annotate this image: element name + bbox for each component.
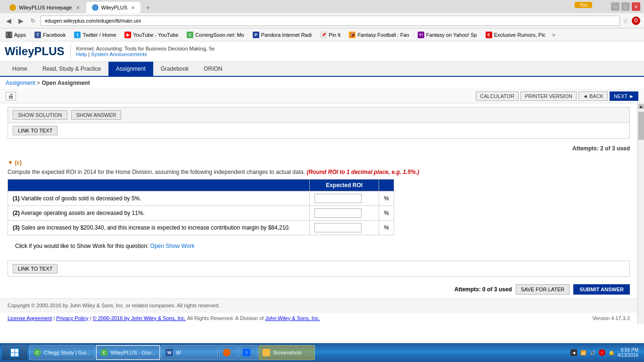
print-icon[interactable]: 🖨 (6, 92, 16, 100)
back-button[interactable]: ◄ BACK (578, 91, 608, 101)
company-link[interactable]: © 2000-2016 by John Wiley & Sons, Inc. (93, 315, 186, 321)
taskbar-item-dropbox[interactable]: ▽ (239, 345, 257, 360)
bookmark-fantasyfootball[interactable]: 🏈 Fantasy Football : Fan (345, 30, 413, 40)
win-sq-2 (15, 349, 19, 353)
roi-table-header-expected: Expected ROI (310, 180, 379, 191)
tray-clock[interactable]: 8:56 PM 4/13/2016 (618, 347, 639, 358)
refresh-button[interactable]: ↻ (28, 16, 38, 25)
browser-titlebar: WileyPLUS Homepage ✕ WileyPLUS ✕ + You ─… (0, 0, 644, 13)
bookmarks-bar: ⋮⋮ Apps f Facebook t Twitter / Home ▶ Yo… (0, 28, 644, 41)
yahoo-icon: Y! (418, 32, 424, 38)
facebook-icon: f (34, 32, 41, 38)
nav-assignment[interactable]: Assignment (108, 62, 153, 76)
taskbar-item-firefox[interactable] (219, 345, 238, 360)
bookmark-comingsoon[interactable]: C ComingSoon.net: Mo (183, 30, 248, 40)
taskbar-item-chegg[interactable]: C Chegg Study | Gui... (29, 345, 95, 360)
taskbar-word-label: W (176, 350, 181, 355)
privacy-policy-link[interactable]: Privacy Policy (56, 315, 88, 321)
save-for-later-button[interactable]: SAVE FOR LATER (516, 284, 570, 295)
tab-label-1: WileyPLUS Homepage (19, 5, 72, 10)
round-note: (Round ROI to 1 decimal place, e.g. 1.5%… (306, 169, 419, 175)
new-tab-btn[interactable]: + (141, 2, 155, 13)
scrollbar[interactable]: ▲ (637, 103, 644, 324)
win-sq-1 (11, 349, 15, 353)
row-3-num: (3) (13, 224, 20, 231)
roi-input-3[interactable] (314, 223, 362, 232)
row-3-label: (3) Sales are increased by $200,340, and… (8, 221, 310, 235)
link-to-text-button-1[interactable]: LINK TO TEXT (13, 126, 58, 135)
wiley-header: WileyPLUS Kimmel, Accounting: Tools for … (0, 41, 644, 62)
tray-chevron[interactable]: ◀ (570, 349, 577, 356)
bookmark-pinit[interactable]: 📌 Pin It (316, 30, 344, 40)
open-show-work-link[interactable]: Open Show Work (150, 243, 195, 249)
browser-tab-2[interactable]: WileyPLUS ✕ (86, 2, 141, 13)
taskbar-dropbox-icon: ▽ (243, 349, 250, 356)
link-to-text-button-2[interactable]: LINK TO TEXT (13, 264, 58, 273)
bookmark-star[interactable]: ☆ (623, 17, 629, 25)
taskbar-item-screenshots[interactable]: Screenshots (258, 345, 315, 360)
scroll-thumb[interactable] (638, 112, 644, 140)
roi-input-1[interactable] (314, 194, 362, 203)
breadcrumb-assignment-link[interactable]: Assignment (6, 80, 35, 86)
volume-icon[interactable]: 🔊 (589, 349, 596, 356)
comingsoon-icon: C (187, 32, 193, 38)
show-answer-button[interactable]: SHOW ANSWER (71, 110, 122, 120)
company-link-2[interactable]: John Wiley & Sons, Inc. (265, 315, 320, 321)
help-link[interactable]: Help (76, 51, 87, 57)
bottom-attempts-row: Attempts: 0 of 3 used SAVE FOR LATER SUB… (0, 280, 637, 298)
nav-read-study[interactable]: Read, Study & Practice (35, 62, 108, 76)
windows-logo (10, 348, 19, 357)
row-2-pct: % (379, 206, 394, 221)
bookmarks-overflow[interactable]: » (552, 32, 555, 38)
taskbar-item-word[interactable]: W W (161, 345, 218, 360)
calculator-button[interactable]: CALCULATOR (476, 91, 519, 101)
bookmark-youtube-label: YouTube - YouTube (133, 32, 178, 38)
close-button[interactable]: ✕ (632, 2, 640, 11)
start-button[interactable] (2, 345, 27, 360)
nav-orion[interactable]: ORION (196, 62, 230, 76)
question-text: Compute the expected ROI in 2014 for the… (8, 169, 630, 175)
tab-icon-1 (9, 4, 16, 11)
tray-date: 4/13/2016 (618, 353, 639, 358)
browser-tab-1[interactable]: WileyPLUS Homepage ✕ (4, 2, 85, 13)
taskbar-screenshots-label: Screenshots (273, 350, 302, 355)
taskbar-item-wileyplus[interactable]: C WileyPLUS - Goo... (96, 345, 160, 360)
printer-version-button[interactable]: PRINTER VERSION (520, 91, 577, 101)
bookmark-twitter[interactable]: t Twitter / Home (70, 30, 120, 40)
bookmark-fantasyfootball-label: Fantasy Football : Fan (357, 32, 409, 38)
show-solution-button[interactable]: SHOW SOLUTION (13, 110, 67, 120)
bookmark-apps[interactable]: ⋮⋮ Apps (2, 30, 30, 40)
bookmark-youtube[interactable]: ▶ YouTube - YouTube (121, 30, 182, 40)
scroll-up[interactable]: ▲ (638, 104, 644, 109)
footer-links: License Agreement | Privacy Policy | © 2… (8, 315, 320, 321)
minimize-button[interactable]: ─ (611, 2, 619, 11)
taskbar-chegg-label: Chegg Study | Gui... (44, 350, 91, 355)
nav-gradebook[interactable]: Gradebook (153, 62, 196, 76)
bookmark-exclusive[interactable]: E Exclusive Rumors, Pic (482, 30, 549, 40)
attempts-bottom: Attempts: 0 of 3 used (454, 286, 512, 293)
forward-nav-button[interactable]: ▶ (16, 16, 25, 25)
nav-home[interactable]: Home (5, 62, 35, 76)
maximize-button[interactable]: □ (621, 2, 630, 11)
announcements-link[interactable]: System Announcements (91, 51, 147, 57)
twitter-icon: t (74, 32, 81, 38)
license-agreement-link[interactable]: License Agreement (8, 315, 52, 321)
tab-icon-2 (92, 4, 99, 11)
part-letter: (c) (15, 159, 22, 166)
question-section: ▼ (c) Compute the expected ROI in 2014 f… (0, 155, 637, 257)
address-bar[interactable] (41, 16, 620, 26)
bookmark-pandora[interactable]: P Pandora Internet Radi (249, 30, 316, 40)
show-work-prefix: Click if you would like to Show Work for… (15, 243, 149, 249)
antivirus-icon: ! (599, 349, 605, 356)
submit-answer-button[interactable]: SUBMIT ANSWER (573, 284, 630, 295)
tab-close-2[interactable]: ✕ (131, 5, 135, 10)
back-nav-button[interactable]: ◀ (4, 16, 13, 25)
tab-close-1[interactable]: ✕ (76, 5, 80, 10)
row-2-text: Average operating assets are decreased b… (21, 210, 145, 216)
next-button[interactable]: NEXT ► (610, 91, 638, 101)
footer-version: Version 4.17.3.3 (592, 315, 630, 321)
roi-input-2[interactable] (314, 208, 362, 218)
bookmark-yahoofantasy[interactable]: Y! Fantasy on Yahoo! Sp (414, 30, 481, 40)
bookmark-facebook[interactable]: f Facebook (31, 30, 69, 40)
bookmark-twitter-label: Twitter / Home (83, 32, 116, 38)
